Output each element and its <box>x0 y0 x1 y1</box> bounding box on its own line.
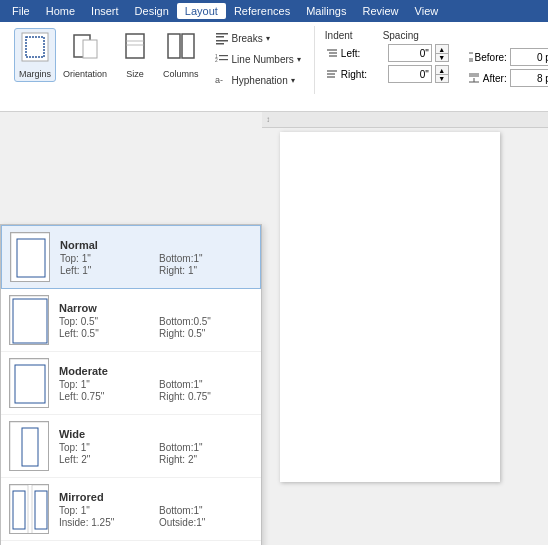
margin-icon-wide <box>9 421 49 471</box>
indent-left-up[interactable]: ▲ <box>435 44 449 53</box>
ribbon-small-group: Breaks ▾ 1 2 Line Numbers ▾ <box>210 28 306 90</box>
margin-item-wide[interactable]: Wide Top: 1" Bottom:1" Left: 2" Right: 2… <box>1 415 261 478</box>
spacing-before-icon <box>467 52 473 62</box>
margin-details-moderate: Moderate Top: 1" Bottom:1" Left: 0.75" R… <box>59 365 253 402</box>
breaks-button[interactable]: Breaks ▾ <box>210 28 306 48</box>
indent-right-label: Right: <box>341 69 367 80</box>
svg-text:a-: a- <box>215 75 223 85</box>
size-label: Size <box>126 69 144 79</box>
narrow-left: Left: 0.5" <box>59 328 153 339</box>
indent-left-label: Left: <box>341 48 360 59</box>
margins-dropdown: Normal Top: 1" Bottom:1" Left: 1" Right:… <box>0 224 262 545</box>
hyphenation-icon: a- <box>215 73 229 87</box>
normal-left: Left: 1" <box>60 265 153 276</box>
spacing-after-label: After: <box>483 73 507 84</box>
moderate-bottom: Bottom:1" <box>159 379 253 390</box>
menu-home[interactable]: Home <box>38 3 83 19</box>
svg-rect-4 <box>126 34 144 58</box>
moderate-top: Top: 1" <box>59 379 153 390</box>
indent-right-spinner[interactable]: ▲ ▼ <box>435 65 449 83</box>
wide-left: Left: 2" <box>59 454 153 465</box>
normal-bottom: Bottom:1" <box>159 253 252 264</box>
indent-right-down[interactable]: ▼ <box>435 74 449 83</box>
ribbon-group-page-setup: Margins Orientation <box>6 26 315 94</box>
line-numbers-button[interactable]: 1 2 Line Numbers ▾ <box>210 49 306 69</box>
spacing-before-input[interactable] <box>510 48 548 66</box>
mirrored-inside: Inside: 1.25" <box>59 517 153 528</box>
normal-top: Top: 1" <box>60 253 153 264</box>
margin-details-narrow: Narrow Top: 0.5" Bottom:0.5" Left: 0.5" … <box>59 302 253 339</box>
margin-vals-narrow: Top: 0.5" Bottom:0.5" Left: 0.5" Right: … <box>59 316 253 339</box>
indent-spacing-section: Indent Spacing Left: <box>315 26 548 89</box>
margin-name-mirrored: Mirrored <box>59 491 253 503</box>
spacing-before-row: Before: ▲ ▼ <box>467 48 548 66</box>
spacing-before-icon-label: Before: <box>467 52 507 63</box>
svg-rect-40 <box>10 422 49 471</box>
narrow-bottom: Bottom:0.5" <box>159 316 253 327</box>
breaks-arrow: ▾ <box>266 34 270 43</box>
ruler: ↕ <box>262 112 548 128</box>
svg-rect-38 <box>10 359 49 408</box>
margin-item-moderate[interactable]: Moderate Top: 1" Bottom:1" Left: 0.75" R… <box>1 352 261 415</box>
spacing-after-row: After: ▲ ▼ <box>467 69 548 87</box>
margins-button[interactable]: Margins <box>14 28 56 82</box>
menu-references[interactable]: References <box>226 3 298 19</box>
svg-text:2: 2 <box>215 57 218 63</box>
indent-right-input[interactable] <box>388 65 432 83</box>
margin-name-narrow: Narrow <box>59 302 253 314</box>
wide-right: Right: 2" <box>159 454 253 465</box>
columns-label: Columns <box>163 69 199 79</box>
svg-rect-16 <box>219 59 228 60</box>
size-button[interactable]: Size <box>114 28 156 82</box>
menu-view[interactable]: View <box>407 3 447 19</box>
margin-item-office2003[interactable]: Office 2003 Default Top: 1" Bottom:1" Le… <box>1 541 261 545</box>
margin-item-mirrored[interactable]: Mirrored Top: 1" Bottom:1" Inside: 1.25"… <box>1 478 261 541</box>
indent-left-spinner[interactable]: ▲ ▼ <box>435 44 449 62</box>
narrow-top: Top: 0.5" <box>59 316 153 327</box>
breaks-label: Breaks <box>232 33 263 44</box>
indent-left-input[interactable] <box>388 44 432 62</box>
svg-rect-7 <box>168 34 180 58</box>
spacing-after-input[interactable] <box>510 69 548 87</box>
wide-top: Top: 1" <box>59 442 153 453</box>
margin-item-normal[interactable]: Normal Top: 1" Bottom:1" Left: 1" Right:… <box>1 225 261 289</box>
margin-item-narrow[interactable]: Narrow Top: 0.5" Bottom:0.5" Left: 0.5" … <box>1 289 261 352</box>
svg-rect-36 <box>10 296 49 345</box>
margin-icon-normal <box>10 232 50 282</box>
line-numbers-arrow: ▾ <box>297 55 301 64</box>
margin-vals-normal: Top: 1" Bottom:1" Left: 1" Right: 1" <box>60 253 252 276</box>
indent-left-down[interactable]: ▼ <box>435 53 449 62</box>
indent-group: Indent Spacing Left: <box>325 30 449 83</box>
hyphenation-arrow: ▾ <box>291 76 295 85</box>
ribbon-page-setup-buttons: Margins Orientation <box>14 26 306 92</box>
svg-rect-12 <box>216 43 224 45</box>
indent-left-icon <box>325 48 339 58</box>
menu-design[interactable]: Design <box>127 3 177 19</box>
normal-right: Right: 1" <box>159 265 252 276</box>
hyphenation-button[interactable]: a- Hyphenation ▾ <box>210 70 306 90</box>
mirrored-outside: Outside:1" <box>159 517 253 528</box>
margin-icon-moderate <box>9 358 49 408</box>
wide-bottom: Bottom:1" <box>159 442 253 453</box>
orientation-button[interactable]: Orientation <box>58 28 112 82</box>
menu-file[interactable]: File <box>4 3 38 19</box>
indent-right-up[interactable]: ▲ <box>435 65 449 74</box>
margins-label: Margins <box>19 69 51 79</box>
menu-insert[interactable]: Insert <box>83 3 127 19</box>
columns-button[interactable]: Columns <box>158 28 204 82</box>
indent-fields: Left: ▲ ▼ <box>325 44 449 83</box>
menu-review[interactable]: Review <box>355 3 407 19</box>
menu-layout[interactable]: Layout <box>177 3 226 19</box>
margin-name-wide: Wide <box>59 428 253 440</box>
menu-mailings[interactable]: Mailings <box>298 3 354 19</box>
spacing-header-spacer <box>467 30 548 48</box>
spacing-after-icon-label: After: <box>467 73 507 84</box>
svg-rect-11 <box>216 40 228 42</box>
spacing-before-label: Before: <box>475 52 507 63</box>
indent-left-row: Left: ▲ ▼ <box>325 44 449 62</box>
indent-left-icon-label: Left: <box>325 48 385 59</box>
document-page <box>280 132 500 482</box>
size-icon <box>119 31 151 67</box>
margin-icon-narrow <box>9 295 49 345</box>
moderate-left: Left: 0.75" <box>59 391 153 402</box>
